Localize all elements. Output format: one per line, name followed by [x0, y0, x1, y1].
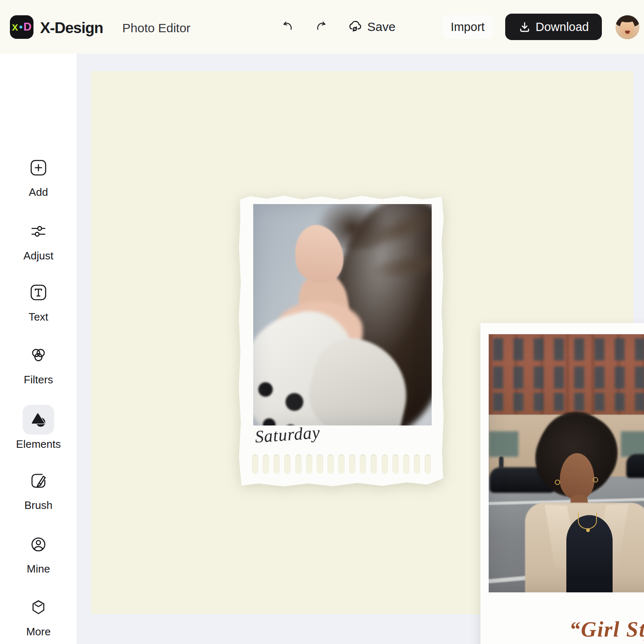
perforation-slot	[403, 454, 409, 474]
save-label: Save	[367, 20, 395, 34]
app-window: x D X-Design Photo Editor	[0, 0, 644, 644]
sidebar-item-label: Text	[29, 311, 48, 323]
sidebar-item-label: Elements	[16, 438, 61, 451]
logo-letter-d: D	[24, 21, 32, 33]
header-bar: x D X-Design Photo Editor	[0, 0, 644, 54]
adjust-icon	[23, 216, 54, 246]
sidebar-item-elements[interactable]: Elements	[0, 405, 77, 451]
caption-saturday: Saturday	[254, 423, 321, 447]
design-canvas[interactable]: Saturday	[91, 71, 634, 614]
sidebar-item-label: More	[26, 625, 50, 638]
sidebar-item-mine[interactable]: Mine	[0, 530, 77, 575]
brand-title: X-Design	[40, 19, 103, 37]
photo-woman-windblown-hair	[253, 204, 432, 425]
sidebar-item-more[interactable]: More	[0, 592, 77, 638]
polaroid-frame-saturday[interactable]: Saturday	[238, 195, 444, 487]
mine-icon	[23, 530, 54, 559]
photo-vignette	[489, 334, 644, 592]
add-icon	[23, 153, 54, 183]
page-title: Photo Editor	[122, 21, 190, 35]
sidebar-item-adjust[interactable]: Adjust	[0, 216, 77, 262]
perforation-slot	[273, 454, 280, 474]
perforation-slot	[425, 454, 431, 474]
perforation-slot	[306, 454, 312, 474]
perforation-strip	[252, 454, 431, 474]
download-icon	[518, 21, 531, 33]
perforation-slot	[371, 454, 377, 474]
import-button[interactable]: Import	[443, 15, 492, 39]
perforation-slot	[382, 454, 388, 474]
perforation-slot	[360, 454, 366, 474]
logo-letter-x: x	[12, 21, 18, 33]
perforation-slot	[263, 454, 269, 474]
text-icon	[23, 278, 54, 307]
perforation-slot	[414, 454, 420, 474]
undo-icon	[281, 20, 296, 35]
sidebar-item-label: Filters	[24, 373, 53, 386]
avatar-bangs	[620, 17, 634, 22]
perforation-slot	[328, 454, 334, 474]
perforation-slot	[392, 454, 399, 474]
logo-dot	[19, 26, 22, 29]
photo-woman-city-street	[489, 334, 644, 592]
filters-icon	[23, 340, 54, 370]
photo-vignette	[253, 204, 432, 425]
tools-sidebar: Add Adjust Text	[0, 54, 77, 644]
sidebar-item-label: Adjust	[24, 250, 53, 262]
perforation-slot	[284, 454, 290, 474]
perforation-slot	[252, 454, 258, 474]
polaroid-frame-girl-style[interactable]: “Girl Style”	[480, 323, 644, 644]
elements-icon	[23, 405, 54, 435]
sidebar-item-text[interactable]: Text	[0, 278, 77, 323]
user-avatar[interactable]	[615, 15, 639, 39]
redo-button[interactable]	[313, 20, 328, 35]
undo-button[interactable]	[281, 20, 296, 35]
sidebar-item-label: Mine	[27, 563, 50, 575]
app-logo: x D	[10, 15, 33, 39]
caption-girl-style: “Girl Style”	[569, 617, 644, 642]
cloud-save-icon	[346, 18, 364, 36]
save-button[interactable]: Save	[346, 18, 395, 36]
sidebar-item-filters[interactable]: Filters	[0, 340, 77, 386]
perforation-slot	[349, 454, 355, 474]
torn-paper-frame: Saturday	[238, 195, 444, 487]
redo-icon	[313, 20, 328, 35]
download-label: Download	[536, 20, 589, 34]
download-button[interactable]: Download	[505, 14, 602, 40]
sidebar-item-label: Add	[29, 186, 48, 199]
more-icon	[23, 592, 54, 622]
sidebar-item-add[interactable]: Add	[0, 153, 77, 199]
perforation-slot	[338, 454, 345, 474]
perforation-slot	[317, 454, 323, 474]
perforation-slot	[295, 454, 302, 474]
sidebar-item-label: Brush	[24, 499, 52, 512]
brush-icon	[23, 466, 54, 496]
sidebar-item-brush[interactable]: Brush	[0, 466, 77, 512]
